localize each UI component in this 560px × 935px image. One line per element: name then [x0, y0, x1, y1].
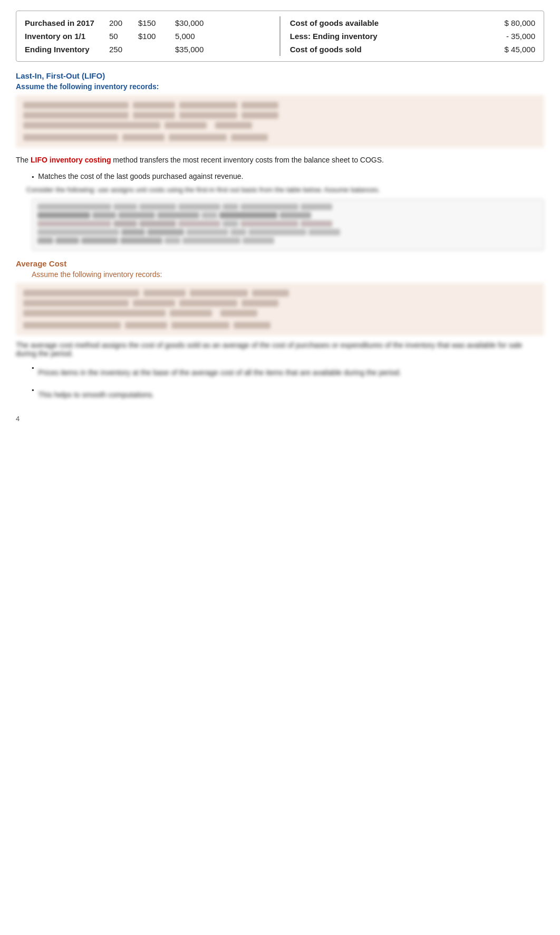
table-row: Cost of goods sold $ 45,000: [290, 43, 535, 56]
lifo-bullet-1: ▪ Matches the cost of the last goods pur…: [32, 172, 544, 180]
bullet-icon: ▪: [32, 173, 34, 180]
row-value: $ 45,000: [488, 45, 535, 54]
lifo-large-blurred-table: [32, 199, 544, 251]
bullet-icon: ▪: [32, 386, 34, 394]
row-label: Ending Inventory: [25, 45, 109, 54]
row-value: $ 80,000: [488, 18, 535, 27]
avg-cost-bullet-text-2: This helps to smooth computations.: [38, 390, 154, 399]
lifo-bullet-text: Matches the cost of the last goods purch…: [38, 172, 243, 180]
table-row: Purchased in 2017 200 $150 $30,000: [25, 16, 270, 30]
lifo-text-rest: method transfers the most recent invento…: [111, 156, 383, 164]
table-divider: [279, 16, 281, 56]
row-qty: 200: [109, 18, 138, 27]
average-cost-section: Average Cost Assume the following invent…: [16, 259, 544, 404]
lifo-section: Last-In, First-Out (LIFO) Assume the fol…: [16, 71, 544, 251]
lifo-blurred-intro-text: Consider the following: use assigns unit…: [26, 186, 544, 194]
lifo-text-intro: The: [16, 156, 31, 164]
page-number: 4: [16, 415, 544, 423]
row-value: - 35,000: [488, 32, 535, 41]
avg-cost-heading: Average Cost: [16, 259, 544, 268]
row-total: $30,000: [175, 18, 223, 27]
left-side-table: Purchased in 2017 200 $150 $30,000 Inven…: [25, 16, 270, 56]
row-price: $150: [138, 18, 175, 27]
row-total: $35,000: [175, 45, 223, 54]
row-qty: 50: [109, 32, 138, 41]
bullet-icon: ▪: [32, 364, 34, 371]
avg-subheading-wrapper: Assume the following inventory records:: [32, 270, 544, 279]
table-row: Less: Ending inventory - 35,000: [290, 30, 535, 43]
main-inventory-table: Purchased in 2017 200 $150 $30,000 Inven…: [16, 11, 544, 62]
row-price: $100: [138, 32, 175, 41]
lifo-blurred-records: [16, 95, 544, 148]
table-row: Ending Inventory 250 $35,000: [25, 43, 270, 56]
right-side-table: Cost of goods available $ 80,000 Less: E…: [290, 16, 535, 56]
avg-cost-subheading: Assume the following inventory records:: [32, 270, 544, 279]
avg-cost-blurred-table: [16, 283, 544, 336]
table-row: Inventory on 1/1 50 $100 5,000: [25, 30, 270, 43]
lifo-heading: Last-In, First-Out (LIFO): [16, 71, 544, 80]
row-label: Inventory on 1/1: [25, 32, 109, 41]
row-label: Less: Ending inventory: [290, 32, 488, 41]
avg-cost-bullet-1: ▪ Prices items in the inventory at the b…: [32, 363, 544, 382]
row-label: Cost of goods sold: [290, 45, 488, 54]
table-row: Cost of goods available $ 80,000: [290, 16, 535, 30]
row-label: Purchased in 2017: [25, 18, 109, 27]
avg-cost-bullet-2: ▪ This helps to smooth computations.: [32, 385, 544, 404]
avg-cost-bullet-text: Prices items in the inventory at the bas…: [38, 368, 401, 377]
row-qty: 250: [109, 45, 138, 54]
row-label: Cost of goods available: [290, 18, 488, 27]
lifo-subheading: Assume the following inventory records:: [16, 82, 544, 91]
lifo-description: The LIFO inventory costing method transf…: [16, 154, 544, 166]
avg-cost-description: The average cost method assigns the cost…: [16, 341, 544, 358]
row-total: 5,000: [175, 32, 223, 41]
lifo-term-highlight: LIFO inventory costing: [31, 156, 111, 164]
